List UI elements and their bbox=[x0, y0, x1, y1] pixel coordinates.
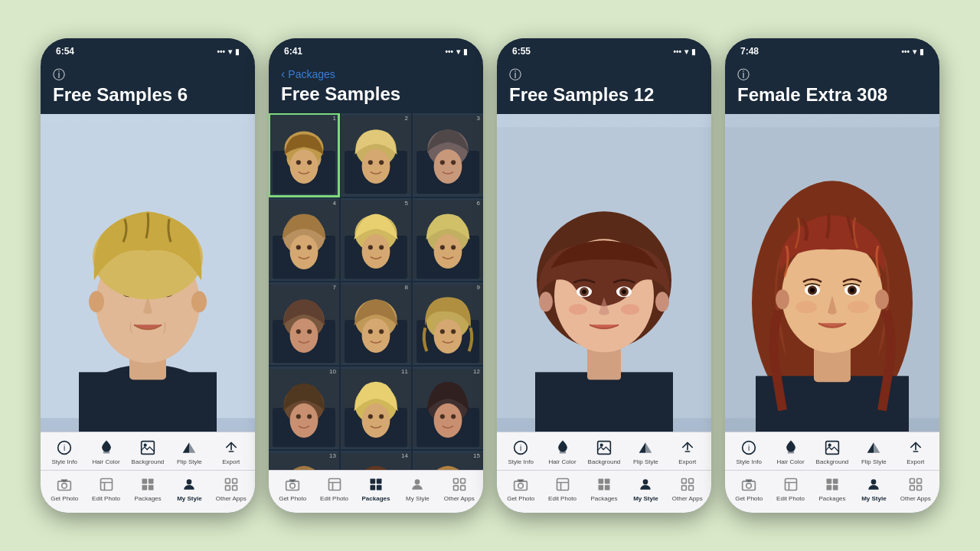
grid-cell-12[interactable]: 12 bbox=[413, 367, 483, 449]
grid-cell-10[interactable]: 10 bbox=[269, 367, 339, 449]
info-icon-4[interactable]: ⓘ bbox=[737, 67, 927, 83]
grid-cell-15[interactable]: 15 bbox=[413, 451, 483, 470]
svg-point-188 bbox=[848, 302, 869, 314]
hair-color-btn-4[interactable]: Hair Color bbox=[774, 439, 808, 465]
packages-btn-2[interactable]: Packages bbox=[359, 475, 393, 502]
main-1 bbox=[41, 114, 255, 432]
svg-rect-165 bbox=[598, 479, 603, 484]
flip-icon-4 bbox=[864, 439, 883, 457]
get-photo-btn-4[interactable]: Get Photo bbox=[732, 475, 766, 502]
grid-cell-9[interactable]: 9 bbox=[413, 282, 483, 365]
info-icon-1[interactable]: ⓘ bbox=[53, 67, 243, 83]
svg-point-169 bbox=[643, 479, 648, 484]
grid-cell-8[interactable]: 8 bbox=[341, 282, 411, 365]
battery-icon-3: ▮ bbox=[691, 47, 696, 56]
edit-photo-btn-4[interactable]: Edit Photo bbox=[774, 475, 808, 502]
other-apps-btn-3[interactable]: Other Apps bbox=[671, 475, 704, 502]
svg-point-144 bbox=[655, 292, 669, 312]
grid-cell-6[interactable]: 6 bbox=[413, 198, 483, 281]
grid-cell-14[interactable]: 14 bbox=[341, 451, 411, 470]
svg-rect-209 bbox=[916, 486, 921, 491]
flip-label: Flip Style bbox=[177, 458, 202, 465]
grid-cell-11[interactable]: 11 bbox=[341, 367, 411, 449]
flip-btn-1[interactable]: Flip Style bbox=[172, 439, 206, 465]
cell-num-1: 1 bbox=[333, 115, 336, 122]
background-btn-4[interactable]: Background bbox=[815, 439, 849, 465]
style-info-btn-3[interactable]: i Style Info bbox=[504, 439, 537, 465]
svg-point-99 bbox=[379, 414, 384, 419]
svg-point-44 bbox=[368, 161, 373, 165]
status-bar-2: 6:41 ••• ▾ ▮ bbox=[269, 38, 483, 61]
background-btn-1[interactable]: Background bbox=[131, 439, 165, 465]
flip-label-4: Flip Style bbox=[861, 458, 887, 465]
background-label: Background bbox=[132, 458, 165, 465]
svg-marker-159 bbox=[645, 442, 652, 452]
svg-rect-135 bbox=[460, 479, 465, 484]
svg-rect-170 bbox=[681, 479, 686, 484]
battery-icon-4: ▮ bbox=[920, 47, 924, 56]
get-photo-label: Get Photo bbox=[51, 495, 78, 502]
screen-1: ⓘ Free Samples 6 bbox=[41, 61, 255, 513]
style-info-label-3: Style Info bbox=[508, 458, 534, 465]
my-style-btn-3[interactable]: My Style bbox=[629, 475, 662, 502]
my-style-btn-4[interactable]: My Style bbox=[857, 475, 890, 502]
packages-btn-1[interactable]: Packages bbox=[131, 475, 165, 502]
svg-point-43 bbox=[362, 149, 390, 184]
grid-cell-7[interactable]: 7 bbox=[269, 282, 339, 365]
export-btn-3[interactable]: Export bbox=[671, 439, 704, 465]
svg-point-11 bbox=[191, 292, 207, 313]
cell-num-5: 5 bbox=[405, 200, 408, 207]
svg-point-16 bbox=[144, 444, 147, 447]
other-apps-icon-2 bbox=[450, 475, 469, 494]
hair-color-btn-1[interactable]: Hair Color bbox=[90, 439, 123, 465]
portrait-svg-3 bbox=[497, 114, 711, 432]
screen-4: ⓘ Female Extra 308 bbox=[725, 61, 939, 513]
grid-cell-2[interactable]: 2 bbox=[341, 113, 411, 196]
svg-text:i: i bbox=[64, 444, 65, 452]
my-style-btn-2[interactable]: My Style bbox=[400, 475, 434, 502]
my-style-btn-1[interactable]: My Style bbox=[172, 475, 206, 502]
edit-photo-btn-1[interactable]: Edit Photo bbox=[90, 475, 123, 502]
grid-cell-4[interactable]: 4 bbox=[269, 198, 339, 281]
svg-point-49 bbox=[434, 149, 462, 184]
screen-2: ‹ Packages Free Samples 1 bbox=[269, 61, 483, 513]
nav-back-label: Packages bbox=[288, 68, 335, 80]
packages-btn-4[interactable]: Packages bbox=[815, 475, 849, 502]
background-btn-3[interactable]: Background bbox=[587, 439, 621, 465]
nav-back[interactable]: ‹ Packages bbox=[281, 67, 471, 81]
get-photo-btn-3[interactable]: Get Photo bbox=[504, 475, 537, 502]
grid-cell-5[interactable]: 5 bbox=[341, 198, 411, 281]
edit-photo-btn-3[interactable]: Edit Photo bbox=[546, 475, 580, 502]
flip-label-3: Flip Style bbox=[633, 458, 658, 465]
other-apps-btn-1[interactable]: Other Apps bbox=[214, 475, 248, 502]
grid-cell-3[interactable]: 3 bbox=[413, 113, 483, 196]
svg-rect-137 bbox=[460, 486, 465, 491]
grid-cell-13[interactable]: 13 bbox=[269, 451, 339, 470]
main-2: 1 2 bbox=[269, 113, 483, 470]
export-btn-4[interactable]: Export bbox=[899, 439, 933, 465]
other-apps-btn-4[interactable]: Other Apps bbox=[899, 475, 933, 502]
get-photo-btn-2[interactable]: Get Photo bbox=[276, 475, 309, 502]
export-btn-1[interactable]: Export bbox=[214, 439, 248, 465]
style-info-btn-4[interactable]: i Style Info bbox=[732, 439, 766, 465]
flip-btn-4[interactable]: Flip Style bbox=[857, 439, 890, 465]
info-icon-tool-3: i bbox=[511, 439, 530, 457]
edit-photo-icon-4 bbox=[782, 475, 800, 494]
title-3: Free Samples 12 bbox=[509, 85, 699, 105]
other-apps-btn-2[interactable]: Other Apps bbox=[443, 475, 476, 502]
edit-photo-btn-2[interactable]: Edit Photo bbox=[318, 475, 351, 502]
svg-point-61 bbox=[362, 234, 390, 269]
info-icon-3[interactable]: ⓘ bbox=[509, 67, 699, 83]
flip-icon bbox=[180, 439, 198, 457]
my-style-icon-2 bbox=[408, 475, 426, 494]
title-1: Free Samples 6 bbox=[53, 85, 243, 105]
edit-photo-icon bbox=[97, 475, 116, 494]
style-info-btn-1[interactable]: i Style Info bbox=[47, 439, 81, 465]
flip-btn-3[interactable]: Flip Style bbox=[629, 439, 662, 465]
other-apps-icon-4 bbox=[906, 475, 925, 494]
packages-btn-3[interactable]: Packages bbox=[587, 475, 621, 502]
svg-rect-134 bbox=[453, 479, 458, 484]
grid-cell-1[interactable]: 1 bbox=[269, 113, 339, 196]
hair-color-btn-3[interactable]: Hair Color bbox=[546, 439, 580, 465]
get-photo-btn-1[interactable]: Get Photo bbox=[47, 475, 81, 502]
